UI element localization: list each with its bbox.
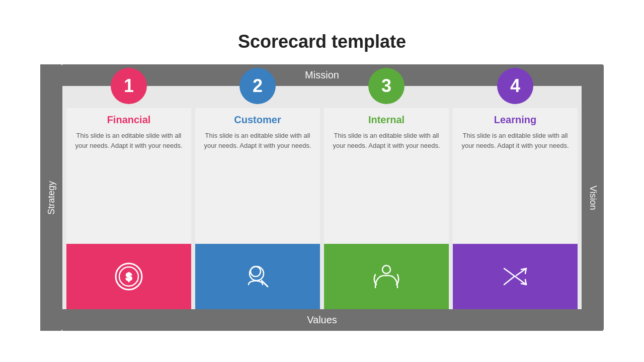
hands-person-icon [370, 260, 403, 293]
circles-row: 1 2 3 4 [62, 86, 582, 106]
card-icon-financial: $ [66, 244, 191, 309]
page-title: Scorecard template [238, 31, 406, 52]
card-customer: Customer This slide is an editable slide… [195, 108, 320, 309]
badge-4: 4 [497, 68, 533, 104]
circle-slot-3: 3 [324, 86, 449, 106]
badge-2: 2 [239, 68, 276, 104]
main-content: Mission 1 2 3 4 Financial This slide is … [62, 64, 582, 331]
vision-label: Vision [582, 64, 604, 331]
circle-slot-1: 1 [66, 86, 191, 106]
badge-1: 1 [111, 68, 147, 104]
card-icon-internal [324, 244, 449, 309]
cards-row: Financial This slide is an editable slid… [62, 106, 582, 309]
svg-text:$: $ [126, 270, 132, 283]
svg-line-8 [504, 277, 514, 285]
search-person-icon [242, 260, 274, 293]
card-text-learning: This slide is an editable slide with all… [453, 126, 578, 150]
circle-slot-2: 2 [195, 86, 320, 106]
scorecard-wrapper: Strategy Mission 1 2 3 4 Financial [40, 64, 604, 331]
card-title-internal: Internal [368, 114, 405, 126]
svg-point-6 [382, 265, 390, 274]
card-top-internal: Internal This slide is an editable slide… [324, 108, 449, 244]
card-internal: Internal This slide is an editable slide… [324, 108, 449, 309]
dollar-icon: $ [113, 260, 145, 293]
values-bar: Values [62, 309, 582, 331]
card-title-learning: Learning [494, 114, 536, 126]
circle-slot-4: 4 [453, 86, 578, 106]
card-icon-customer [195, 244, 320, 309]
card-title-financial: Financial [107, 114, 151, 126]
card-title-customer: Customer [234, 114, 281, 126]
badge-3: 3 [368, 68, 405, 104]
card-learning: Learning This slide is an editable slide… [453, 108, 578, 309]
card-text-internal: This slide is an editable slide with all… [324, 126, 449, 150]
strategy-label: Strategy [40, 64, 62, 331]
card-text-customer: This slide is an editable slide with all… [195, 126, 320, 150]
card-icon-learning [453, 244, 578, 309]
card-top-customer: Customer This slide is an editable slide… [195, 108, 320, 244]
card-text-financial: This slide is an editable slide with all… [66, 126, 191, 150]
card-top-learning: Learning This slide is an editable slide… [453, 108, 578, 244]
arrows-cross-icon [499, 260, 531, 293]
card-financial: Financial This slide is an editable slid… [66, 108, 191, 309]
card-top-financial: Financial This slide is an editable slid… [66, 108, 191, 244]
